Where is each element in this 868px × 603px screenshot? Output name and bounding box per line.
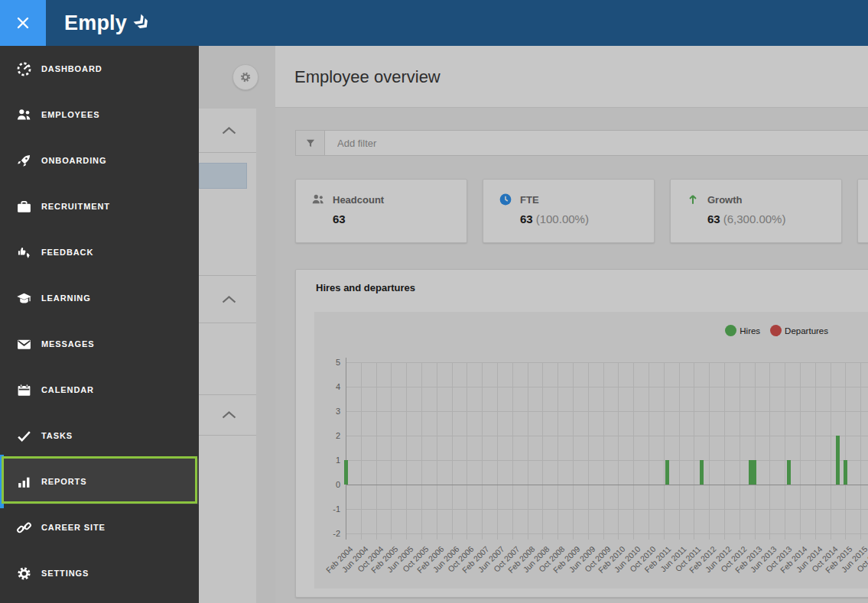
sidebar-item-feedback[interactable]: FEEDBACK <box>0 229 199 275</box>
active-item-indicator <box>0 455 4 508</box>
gridline <box>421 362 422 540</box>
funnel-icon <box>296 131 325 155</box>
stat-detail: (100.00%) <box>536 212 589 225</box>
sidebar-item-learning[interactable]: LEARNING <box>0 275 199 321</box>
gridline <box>346 485 868 485</box>
legend-item-departures[interactable]: Departures <box>770 325 828 336</box>
gridline <box>542 362 543 540</box>
panel-section-collapse-3[interactable] <box>199 394 256 436</box>
gridline <box>860 362 861 540</box>
hires-bar <box>753 460 756 485</box>
sidebar-item-label: EMPLOYEES <box>41 110 100 119</box>
close-icon <box>15 15 31 31</box>
people-icon <box>16 107 32 123</box>
bar-chart-icon <box>16 474 32 490</box>
page-title: Employee overview <box>294 46 441 108</box>
stat-card-fte: FTE63(100.00%) <box>483 179 655 243</box>
up-arrow-icon <box>686 193 700 206</box>
panel-settings-button[interactable] <box>232 64 258 90</box>
app-window: Employee overview Headcount63FTE63(100.0… <box>0 0 868 603</box>
gear-icon <box>16 566 32 582</box>
legend-label: Departures <box>785 326 828 336</box>
legend-label: Hires <box>740 326 760 336</box>
chart-title: Hires and departures <box>316 282 415 293</box>
stat-value: 63 <box>520 212 533 225</box>
thumbs-icon <box>16 245 32 261</box>
sidebar-item-recruitment[interactable]: RECRUITMENT <box>0 183 199 229</box>
sidebar-item-label: ONBOARDING <box>41 156 106 165</box>
gridline <box>588 362 589 540</box>
envelope-icon <box>16 336 32 352</box>
hires-bar <box>836 436 840 485</box>
page-header: Employee overview <box>275 46 868 108</box>
gridline <box>528 362 528 540</box>
gridline <box>346 436 868 436</box>
legend-dot <box>725 325 736 336</box>
panel-section-collapse-2[interactable] <box>199 275 256 323</box>
y-tick-label: -2 <box>316 529 340 538</box>
brand-name: Emply <box>64 11 127 35</box>
chevron-up-icon <box>222 127 236 135</box>
sidebar-item-label: REPORTS <box>41 477 86 486</box>
hires-departures-chart-card: Hires and departures HiresDepartures Feb… <box>295 269 868 598</box>
legend-item-hires[interactable]: Hires <box>725 325 760 336</box>
y-tick-label: 5 <box>316 358 340 367</box>
gear-icon <box>239 71 252 83</box>
y-tick-label: 4 <box>316 382 340 391</box>
chart-legend: HiresDepartures <box>725 325 828 336</box>
chevron-up-icon <box>222 411 236 419</box>
sidebar-item-tasks[interactable]: TASKS <box>0 413 199 459</box>
sidebar-item-label: LEARNING <box>41 293 91 303</box>
stat-value: 63 <box>707 212 720 225</box>
sidebar-item-label: SETTINGS <box>41 569 89 578</box>
sidebar-item-messages[interactable]: MESSAGES <box>0 321 199 367</box>
hires-bar <box>344 460 348 485</box>
sidebar-item-label: CALENDAR <box>41 385 94 394</box>
hires-bar <box>665 460 669 485</box>
gridline <box>755 362 756 540</box>
sidebar-item-settings[interactable]: SETTINGS <box>0 550 199 596</box>
close-menu-button[interactable] <box>0 0 46 46</box>
sidebar-item-employees[interactable]: EMPLOYEES <box>0 92 199 138</box>
chevron-up-icon <box>222 296 236 303</box>
sidebar-item-dashboard[interactable]: DASHBOARD <box>0 46 199 92</box>
gridline <box>664 362 665 540</box>
hires-bar <box>844 460 847 485</box>
brand: Emply <box>64 0 152 46</box>
sidebar-item-onboarding[interactable]: ONBOARDING <box>0 138 199 183</box>
gridline <box>800 362 801 540</box>
gridline <box>437 362 437 540</box>
stat-label: Growth <box>707 194 743 206</box>
gridline <box>512 362 513 540</box>
filter-bar <box>295 130 868 156</box>
gridline <box>740 362 740 540</box>
stat-cards-row: Headcount63FTE63(100.00%)Growth63(6,300.… <box>295 179 868 243</box>
gridline <box>558 362 558 540</box>
gridline <box>769 362 770 540</box>
clock-icon <box>499 193 512 206</box>
gridline <box>376 362 377 540</box>
y-tick-label: 3 <box>316 407 340 416</box>
stat-detail: (6,300.00%) <box>723 212 786 225</box>
y-axis-line <box>346 358 346 540</box>
add-filter-input[interactable] <box>325 131 868 155</box>
gridline <box>346 387 868 387</box>
topbar: Emply <box>0 0 868 46</box>
gridline <box>482 362 483 540</box>
sidebar-item-calendar[interactable]: CALENDAR <box>0 367 199 413</box>
sidebar-item-reports[interactable]: REPORTS <box>0 459 199 504</box>
panel-selected-item[interactable] <box>199 163 247 189</box>
gridline <box>497 362 498 540</box>
gridline <box>346 533 868 534</box>
sidebar-item-label: DASHBOARD <box>41 64 102 73</box>
gridline <box>452 362 453 540</box>
check-icon <box>16 428 32 444</box>
stat-card-partial <box>857 179 868 243</box>
sidebar-item-career-site[interactable]: CAREER SITE <box>0 504 199 550</box>
sidebar-item-label: CAREER SITE <box>41 523 106 532</box>
link-icon <box>16 520 32 536</box>
gridline <box>573 362 574 540</box>
gridline <box>815 362 816 540</box>
panel-section-collapse-1[interactable] <box>199 109 256 153</box>
sidebar-item-label: TASKS <box>41 431 73 440</box>
